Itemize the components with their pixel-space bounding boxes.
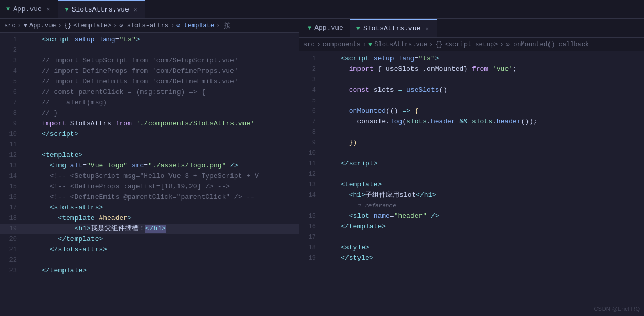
code-line: 22 [0,255,299,266]
code-line: 3 [299,75,644,85]
code-line: 16 <!-- <DefineEmits @parentClick="paren… [0,192,299,203]
code-line: 15 <slot name="header" /> [299,211,644,222]
code-line: 4 // import DefineProps from 'com/Define… [0,66,299,77]
tab-close-slots[interactable]: ✕ [132,6,139,14]
vue-icon: ▼ [6,6,10,13]
code-line: 7 // alert(msg) [0,98,299,108]
code-line: 21 </slots-attrs> [0,245,299,255]
right-tab-slotsattrs[interactable]: ▼ SlotsAttrs.vue ✕ [350,19,437,37]
code-line: 14 <!-- <SetupScript msg="Hello Vue 3 + … [0,171,299,182]
code-line: 17 <slots-attrs> [0,203,299,213]
code-line: 19 </style> [299,253,644,264]
code-line: 8 // } [0,108,299,119]
code-line: 16 </template> [299,222,644,232]
code-line: 18 <template #header> [0,213,299,224]
code-line: 2 [0,45,299,56]
code-line: 10 [299,148,644,159]
code-line: 23 </template> [0,266,299,276]
code-line: 3 // import SetupScript from 'com/SetupS… [0,56,299,66]
code-line: 4 const slots = useSlots() [299,85,644,96]
split-editor-button[interactable]: 按 [222,20,233,31]
code-line: 7 console.log(slots.header && slots.head… [299,117,644,127]
right-tab-app-vue[interactable]: ▼ App.vue [301,19,350,37]
code-line: 10 </script> [0,129,299,140]
left-editor: src › ▼ App.vue › {} <template> › ⊙ slot… [0,19,299,316]
code-line: 8 [299,127,644,138]
main-area: src › ▼ App.vue › {} <template> › ⊙ slot… [0,19,644,316]
code-line: 20 </template> [0,234,299,245]
left-code-editor[interactable]: 1 <script setup lang="ts"> 2 3 // import… [0,33,299,316]
vue-icon-3: ▼ [308,25,311,32]
vue-icon-2: ▼ [65,6,68,14]
code-line: 11 </script> [299,159,644,169]
code-line: 9 }) [299,138,644,148]
code-line: 12 [299,169,644,180]
code-line: 13 <template> [299,180,644,190]
right-code-editor[interactable]: 1 <script setup lang="ts"> 2 import { us… [299,51,644,316]
code-line: 6 // const parentClick = (msg:string) =>… [0,87,299,98]
code-line: 17 [299,232,644,243]
code-line: 1 <script setup lang="ts"> [0,35,299,45]
tab-close-app[interactable]: ✕ [45,5,52,13]
code-line: 5 [299,96,644,106]
code-line: 5 // import DefineEmits from 'com/Define… [0,77,299,87]
tab-label-2: SlotsAttrs.vue [72,6,129,14]
right-breadcrumb: src › components › ▼ SlotsAttrs.vue › {}… [299,38,644,51]
right-tab-bar: ▼ App.vue ▼ SlotsAttrs.vue ✕ [299,19,644,38]
code-line: 18 <style> [299,243,644,253]
tab-app-vue[interactable]: ▼ App.vue ✕ [0,0,58,18]
right-editor: ▼ App.vue ▼ SlotsAttrs.vue ✕ src › compo… [299,19,644,316]
vue-icon-4: ▼ [356,25,360,33]
watermark: CSDN @EricFRQ [594,306,640,312]
code-line: 13 <img alt="Vue logo" src="./assets/log… [0,161,299,171]
reference-label: 1 reference [299,201,644,211]
code-line: 12 <template> [0,150,299,161]
right-tab-label-2: SlotsAttrs.vue [363,25,420,33]
tab-slotsattrs-vue[interactable]: ▼ SlotsAttrs.vue ✕ [58,0,145,18]
code-line: 14 <h1>子组件应用slot</h1> [299,190,644,201]
code-line: 11 [0,140,299,150]
left-tab-bar: ▼ App.vue ✕ ▼ SlotsAttrs.vue ✕ [0,0,644,19]
code-line: 6 onMounted(() => { [299,106,644,117]
code-line: 9 import SlotsAttrs from './components/S… [0,119,299,129]
right-tab-close[interactable]: ✕ [424,25,430,33]
code-line: 1 <script setup lang="ts"> [299,54,644,64]
code-line-active: 19 <h1>我是父组件插槽！</h1> [0,224,299,234]
left-breadcrumb: src › ▼ App.vue › {} <template> › ⊙ slot… [0,19,299,33]
code-line: 2 import { useSlots ,onMounted} from 'vu… [299,64,644,75]
right-tab-label-1: App.vue [314,24,343,32]
code-line: 15 <!-- <DefineProps :ageList=[18,19,20]… [0,182,299,192]
tab-label: App.vue [13,5,42,13]
